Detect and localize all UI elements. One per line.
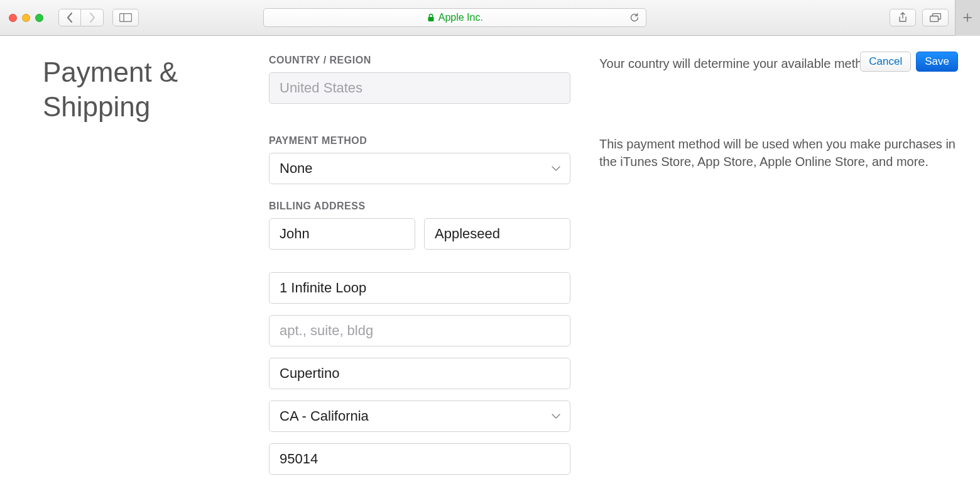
minimize-window-button[interactable]: [22, 14, 30, 22]
state-select[interactable]: CA - California: [269, 401, 570, 432]
action-bar: Cancel Save: [860, 52, 958, 72]
address-site-name: Apple Inc.: [438, 12, 483, 23]
cancel-button[interactable]: Cancel: [860, 52, 911, 72]
street1-value: 1 Infinite Loop: [280, 280, 366, 296]
street1-field[interactable]: 1 Infinite Loop: [269, 272, 570, 304]
chevron-left-icon: [67, 13, 73, 23]
page-title: Payment & Shipping: [43, 55, 269, 124]
plus-icon: [962, 13, 972, 23]
postal-code-value: 95014: [280, 451, 318, 467]
reload-icon: [629, 13, 640, 23]
back-button[interactable]: [58, 9, 81, 26]
share-icon: [898, 12, 907, 23]
reload-button[interactable]: [629, 13, 640, 23]
svg-rect-4: [930, 16, 938, 22]
close-window-button[interactable]: [9, 14, 17, 22]
street2-field[interactable]: apt., suite, bldg: [269, 315, 570, 346]
maximize-window-button[interactable]: [35, 14, 43, 22]
nav-buttons: [58, 9, 104, 26]
last-name-field[interactable]: Appleseed: [424, 218, 570, 250]
share-button[interactable]: [890, 9, 916, 26]
lock-icon: [427, 13, 435, 22]
tabs-icon: [930, 13, 941, 22]
postal-code-field[interactable]: 95014: [269, 443, 570, 475]
state-value: CA - California: [280, 408, 369, 424]
new-tab-button[interactable]: [955, 0, 980, 36]
last-name-value: Appleseed: [435, 226, 500, 242]
sidebar-toggle-button[interactable]: [112, 9, 139, 26]
country-field: United States: [269, 72, 570, 104]
svg-rect-0: [120, 14, 132, 22]
forward-button[interactable]: [81, 9, 104, 26]
payment-method-select[interactable]: None: [269, 153, 570, 184]
save-button[interactable]: Save: [916, 52, 958, 72]
address-bar[interactable]: Apple Inc.: [263, 8, 646, 27]
chevron-down-icon: [551, 165, 561, 172]
payment-method-help-text: This payment method will be used when yo…: [599, 135, 961, 170]
tabs-button[interactable]: [922, 9, 949, 26]
sidebar-icon: [119, 13, 132, 22]
payment-method-label: PAYMENT METHOD: [269, 135, 570, 146]
window-controls: [9, 14, 43, 22]
first-name-value: John: [280, 226, 310, 242]
billing-address-label: BILLING ADDRESS: [269, 201, 570, 212]
country-value: United States: [280, 80, 362, 96]
payment-method-value: None: [280, 160, 313, 177]
page-content: Payment & Shipping COUNTRY / REGION Unit…: [0, 36, 980, 503]
country-label: COUNTRY / REGION: [269, 55, 570, 66]
chevron-right-icon: [89, 13, 95, 23]
browser-toolbar: Apple Inc.: [0, 0, 980, 36]
first-name-field[interactable]: John: [269, 218, 415, 250]
street2-placeholder: apt., suite, bldg: [280, 323, 373, 339]
chevron-down-icon: [551, 413, 561, 419]
city-value: Cupertino: [280, 365, 339, 382]
svg-rect-2: [428, 17, 433, 21]
toolbar-right: [890, 9, 949, 26]
city-field[interactable]: Cupertino: [269, 358, 570, 389]
